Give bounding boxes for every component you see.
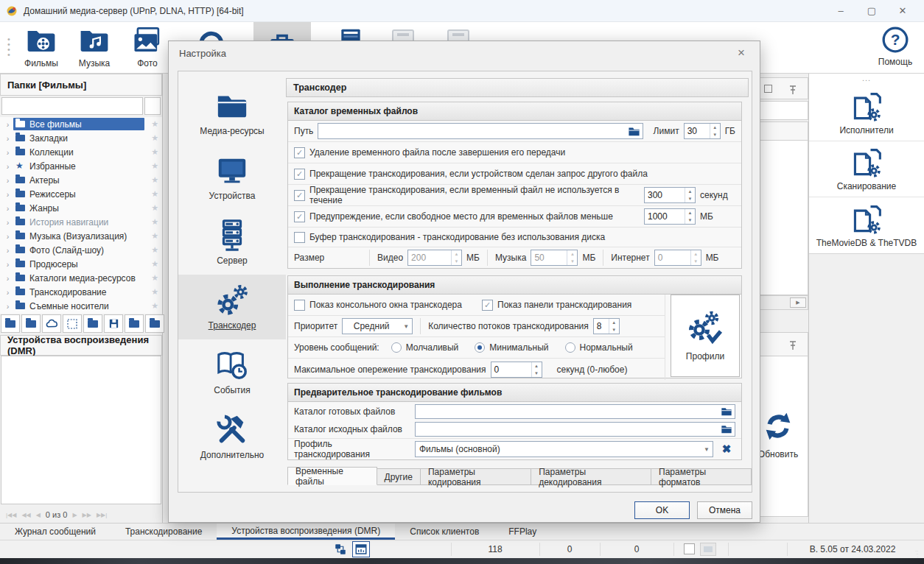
checkbox-unchecked[interactable] bbox=[294, 300, 305, 311]
resize-grip[interactable] bbox=[915, 549, 923, 557]
favorite-star-icon[interactable] bbox=[151, 189, 158, 199]
chevron-right-icon[interactable] bbox=[2, 204, 13, 213]
category-media-resources[interactable]: Медиа-ресурсы bbox=[178, 80, 286, 145]
folder-export-button[interactable] bbox=[125, 314, 144, 333]
tree-item-music-visualization[interactable]: Музыка (Визуализация) bbox=[0, 229, 162, 243]
add-folder-button[interactable] bbox=[21, 314, 41, 333]
free-space-spinner[interactable]: 1000 bbox=[644, 208, 696, 225]
chevron-right-icon[interactable] bbox=[2, 190, 13, 199]
tree-item-bookmarks[interactable]: Закладки bbox=[0, 131, 162, 145]
favorite-star-icon[interactable] bbox=[151, 203, 158, 213]
dialog-tab-decoding[interactable]: Параметры декодирования bbox=[531, 468, 651, 485]
chevron-right-icon[interactable] bbox=[2, 162, 13, 171]
pin-icon[interactable] bbox=[787, 339, 799, 351]
toolbar-movies-button[interactable]: Фильмы bbox=[19, 25, 63, 68]
browse-folder-button[interactable] bbox=[626, 124, 643, 138]
chevron-right-icon[interactable] bbox=[2, 232, 13, 241]
threads-spinner[interactable]: 8 bbox=[593, 318, 620, 334]
open-folder-button[interactable] bbox=[1, 314, 20, 333]
close-button[interactable]: ✕ bbox=[887, 0, 918, 21]
dialog-tab-encoding[interactable]: Параметры кодирования bbox=[421, 468, 531, 485]
tree-item-media-catalogs[interactable]: Каталоги медиа-ресурсов bbox=[0, 271, 162, 285]
save-button[interactable] bbox=[104, 314, 123, 333]
toolbar-help-button[interactable]: Помощь bbox=[872, 25, 919, 67]
chevron-right-icon[interactable] bbox=[2, 134, 13, 143]
folder-sync-button[interactable] bbox=[83, 314, 102, 333]
ready-files-field[interactable] bbox=[415, 404, 735, 419]
tree-item-actors[interactable]: Актеры bbox=[0, 173, 162, 187]
checkbox-checked[interactable] bbox=[294, 211, 305, 222]
chevron-right-icon[interactable] bbox=[2, 274, 13, 283]
category-transcoder[interactable]: Транскодер bbox=[178, 275, 286, 339]
favorite-star-icon[interactable] bbox=[151, 231, 158, 241]
tree-item-producers[interactable]: Продюсеры bbox=[0, 257, 162, 271]
chevron-right-icon[interactable] bbox=[2, 260, 13, 269]
folder-tools-button[interactable] bbox=[145, 314, 164, 333]
source-files-field[interactable] bbox=[415, 422, 735, 437]
status-panel-button[interactable] bbox=[352, 541, 370, 557]
category-advanced[interactable]: Дополнительно bbox=[178, 404, 286, 469]
category-events[interactable]: События bbox=[178, 339, 286, 404]
profile-combobox[interactable]: Фильмы (основной) bbox=[415, 441, 713, 457]
chevron-right-icon[interactable] bbox=[2, 176, 13, 185]
checkbox-checked[interactable] bbox=[294, 147, 305, 158]
internet-size-spinner[interactable]: 0 bbox=[654, 250, 701, 266]
profiles-button[interactable]: Профили bbox=[671, 295, 740, 377]
tree-item-favorites[interactable]: Избранные bbox=[0, 159, 162, 173]
limit-spinner[interactable]: 30 bbox=[684, 123, 721, 139]
maximize-panel-icon[interactable] bbox=[764, 85, 772, 93]
checkbox-checked[interactable] bbox=[482, 300, 493, 311]
weather-cloud-button[interactable] bbox=[42, 314, 61, 333]
browse-folder-button[interactable] bbox=[718, 404, 735, 419]
chevron-right-icon[interactable] bbox=[2, 246, 13, 255]
favorite-star-icon[interactable] bbox=[151, 217, 158, 227]
tree-item-genres[interactable]: Жанры bbox=[0, 201, 162, 215]
radio-normal[interactable]: Нормальный bbox=[565, 342, 633, 353]
favorite-star-icon[interactable] bbox=[151, 245, 158, 255]
tree-item-removable-media[interactable]: Съемные носители bbox=[0, 299, 162, 313]
tab-transcoding[interactable]: Транскодирование bbox=[111, 524, 217, 540]
temp-path-input[interactable] bbox=[318, 124, 626, 138]
pager-prev-icon[interactable]: ◀ bbox=[36, 512, 41, 518]
radio-minimal[interactable]: Минимальный bbox=[475, 342, 548, 353]
ahead-spinner[interactable]: 0 bbox=[491, 362, 542, 378]
idle-seconds-spinner[interactable]: 300 bbox=[644, 187, 696, 203]
tree-item-directors[interactable]: Режиссеры bbox=[0, 187, 162, 201]
tree-item-collections[interactable]: Коллекции bbox=[0, 145, 162, 159]
dialog-tab-formats[interactable]: Параметры форматов bbox=[651, 468, 752, 485]
category-server[interactable]: Сервер bbox=[178, 210, 286, 275]
dialog-tab-other[interactable]: Другие bbox=[377, 468, 421, 485]
ok-button[interactable]: OK bbox=[634, 501, 690, 519]
folders-filter-side-cell[interactable] bbox=[144, 97, 161, 115]
sidebar-item-themoviedb[interactable]: TheMovieDB & TheTVDB bbox=[809, 197, 924, 253]
video-size-spinner[interactable]: 200 bbox=[407, 250, 462, 266]
browse-folder-button[interactable] bbox=[718, 422, 735, 437]
clear-profile-icon[interactable] bbox=[718, 441, 735, 457]
folders-filter-input[interactable] bbox=[1, 97, 143, 115]
favorite-star-icon[interactable] bbox=[151, 161, 158, 171]
favorite-star-icon[interactable] bbox=[151, 119, 158, 129]
tab-ffplay[interactable]: FFPlay bbox=[494, 524, 551, 540]
checkbox-unchecked[interactable] bbox=[294, 232, 305, 243]
chevron-right-icon[interactable] bbox=[2, 120, 13, 129]
favorite-star-icon[interactable] bbox=[151, 273, 158, 283]
tree-item-transcoding[interactable]: Транскодирование bbox=[0, 285, 162, 299]
selection-button[interactable] bbox=[63, 314, 82, 333]
pin-icon[interactable] bbox=[787, 84, 799, 96]
dmr-device-list[interactable] bbox=[1, 356, 161, 504]
radio-silent[interactable]: Молчаливый bbox=[391, 342, 459, 353]
tab-message-log[interactable]: Журнал сообщений bbox=[0, 524, 111, 540]
status-network-button[interactable] bbox=[332, 541, 349, 557]
status-checkbox[interactable] bbox=[684, 543, 695, 554]
favorite-star-icon[interactable] bbox=[151, 287, 158, 297]
pager-prev-page-icon[interactable]: ◀◀ bbox=[21, 512, 30, 518]
minimize-button[interactable]: – bbox=[825, 0, 856, 21]
cancel-button[interactable]: Отмена bbox=[697, 501, 752, 519]
favorite-star-icon[interactable] bbox=[151, 133, 158, 143]
favorite-star-icon[interactable] bbox=[151, 175, 158, 185]
pager-last-icon[interactable]: ▶▶| bbox=[97, 512, 107, 518]
favorite-star-icon[interactable] bbox=[151, 147, 158, 157]
sidebar-item-performers[interactable]: Исполнители bbox=[809, 85, 924, 141]
scroll-right-icon[interactable] bbox=[790, 297, 806, 308]
category-devices[interactable]: Устройства bbox=[178, 145, 286, 210]
